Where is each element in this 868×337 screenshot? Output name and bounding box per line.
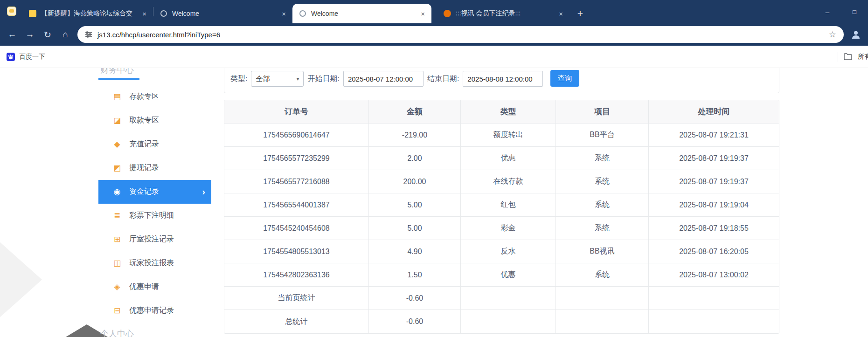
tabs: 【新提醒】海燕策略论坛综合交 × Welcome × Welcome × :::… xyxy=(22,0,587,23)
cell-amount: -219.00 xyxy=(369,124,461,147)
table-row-page-total: 当前页统计 -0.60 xyxy=(224,287,779,310)
sidebar-item-label: 优惠申请记录 xyxy=(129,306,174,316)
globe-favicon-icon xyxy=(160,10,167,17)
start-date-input[interactable] xyxy=(343,71,424,87)
bookmark-baidu[interactable]: 百度一下 xyxy=(7,53,45,61)
sidebar-item-funds-records[interactable]: ◉ 资金记录 › xyxy=(98,180,211,204)
home-button[interactable]: ⌂ xyxy=(57,26,74,43)
chevron-right-icon: › xyxy=(202,186,205,197)
cell-label: 总统计 xyxy=(224,310,369,333)
tab-welcome-2-active[interactable]: Welcome × xyxy=(292,4,431,23)
tab-title: 【新提醒】海燕策略论坛综合交 xyxy=(41,9,138,18)
refresh-button[interactable]: ↻ xyxy=(39,26,56,43)
site-settings-tune-icon[interactable] xyxy=(85,31,92,38)
cell-amount: 2.00 xyxy=(369,147,461,170)
header-time: 处理时间 xyxy=(649,100,779,124)
sidebar-item-label: 取款专区 xyxy=(129,116,159,125)
cell-project: 系统 xyxy=(556,147,649,170)
sidebar-item-lottery-bet-detail[interactable]: ≣ 彩票下注明细 xyxy=(98,204,211,227)
table-header-row: 订单号 金额 类型 项目 处理时间 xyxy=(224,100,779,124)
sidebar-item-withdrawal-records[interactable]: ◩ 提现记录 xyxy=(98,156,211,180)
page-content: 财务中心 ▤ 存款专区 ◪ 取款专区 ◆ 充值记录 ◩ 提现记录 ◉ 资金记录 … xyxy=(0,68,868,337)
all-bookmarks[interactable]: 所有书签 xyxy=(838,46,868,68)
cell-time: 2025-08-07 19:19:37 xyxy=(649,170,779,193)
tab-title: Welcome xyxy=(172,10,277,17)
table-row: 1754554805513013 4.90 反水 BB视讯 2025-08-07… xyxy=(224,240,779,263)
cell-project: 系统 xyxy=(556,217,649,240)
sidebar-item-hall-bet-records[interactable]: ⊞ 厅室投注记录 xyxy=(98,227,211,251)
tab-video-records[interactable]: :::视讯 会员下注纪录::: × xyxy=(437,4,569,23)
sidebar-item-label: 充值记录 xyxy=(129,139,159,149)
close-tab-icon[interactable]: × xyxy=(421,10,425,18)
sidebar-item-label: 优惠申请 xyxy=(129,282,159,292)
bookmarks-divider xyxy=(838,52,838,62)
header-order-no: 订单号 xyxy=(224,100,369,124)
tab-forum[interactable]: 【新提醒】海燕策略论坛综合交 × xyxy=(22,4,153,23)
cell-time: 2025-08-07 19:19:04 xyxy=(649,193,779,217)
cell-empty xyxy=(461,287,556,310)
forward-button[interactable]: → xyxy=(21,26,38,43)
minimize-button[interactable]: – xyxy=(814,0,841,23)
filter-bar: 类型: 全部 ▾ 开始日期: 结束日期: 查询 xyxy=(224,68,779,93)
grid-list-icon: ⊞ xyxy=(112,234,122,244)
sidebar-item-label: 厅室投注记录 xyxy=(129,234,174,244)
sidebar-item-promo-apply[interactable]: ◈ 优惠申请 xyxy=(98,275,211,299)
maximize-button[interactable]: □ xyxy=(841,0,868,23)
camera-favicon-icon xyxy=(444,10,451,17)
tab-title: Welcome xyxy=(311,10,416,17)
cell-amount: 200.00 xyxy=(369,170,461,193)
decor-triangle-light xyxy=(0,225,42,335)
cell-time: 2025-08-07 16:20:05 xyxy=(649,240,779,263)
cell-project: BB平台 xyxy=(556,124,649,147)
navigation-bar: ← → ↻ ⌂ js13.cc/hhcp/usercenter.html?ini… xyxy=(0,23,868,46)
cell-empty xyxy=(649,287,779,310)
type-select[interactable]: 全部 ▾ xyxy=(251,71,304,87)
cell-type: 在线存款 xyxy=(461,170,556,193)
cell-time: 2025-08-07 19:18:55 xyxy=(649,217,779,240)
close-tab-icon[interactable]: × xyxy=(282,10,286,18)
globe-favicon-icon xyxy=(299,10,306,17)
back-button[interactable]: ← xyxy=(4,26,21,43)
checklist-icon: ⊟ xyxy=(112,306,122,316)
cell-time: 2025-08-07 13:00:02 xyxy=(649,263,779,287)
address-bar[interactable]: js13.cc/hhcp/usercenter.html?iniType=6 ☆ xyxy=(77,26,844,43)
cell-type: 优惠 xyxy=(461,263,556,287)
sidebar-item-deposit-zone[interactable]: ▤ 存款专区 xyxy=(98,85,211,109)
sidebar-item-player-bet-report[interactable]: ◫ 玩家投注报表 xyxy=(98,251,211,275)
new-tab-button[interactable]: + xyxy=(573,7,587,21)
table-row: 1754545240454608 5.00 彩金 系统 2025-08-07 1… xyxy=(224,217,779,240)
tab-welcome-1[interactable]: Welcome × xyxy=(153,4,292,23)
cell-amount: -0.60 xyxy=(369,310,461,333)
bookmark-label: 百度一下 xyxy=(19,53,45,61)
cell-order-no: 1754545240454608 xyxy=(224,217,369,240)
cell-project: 系统 xyxy=(556,263,649,287)
table-row: 1754542802363136 1.50 优惠 系统 2025-08-07 1… xyxy=(224,263,779,287)
sidebar-item-label: 提现记录 xyxy=(129,163,159,173)
sidebar-section-personal: 个人中心 xyxy=(98,328,211,337)
sidebar-item-promo-apply-records[interactable]: ⊟ 优惠申请记录 xyxy=(98,299,211,323)
cell-order-no: 1754542802363136 xyxy=(224,263,369,287)
sidebar-item-recharge-records[interactable]: ◆ 充值记录 xyxy=(98,132,211,156)
close-tab-icon[interactable]: × xyxy=(559,10,563,18)
recharge-drop-icon: ◆ xyxy=(112,139,122,149)
end-date-label: 结束日期: xyxy=(427,71,459,87)
chevron-down-icon: ▾ xyxy=(296,76,299,82)
sidebar-item-withdraw-zone[interactable]: ◪ 取款专区 xyxy=(98,109,211,132)
cell-empty xyxy=(461,310,556,333)
type-label: 类型: xyxy=(230,71,247,87)
bookmark-star-icon[interactable]: ☆ xyxy=(829,29,836,40)
close-tab-icon[interactable]: × xyxy=(142,10,146,18)
start-date-label: 开始日期: xyxy=(307,71,339,87)
search-button[interactable]: 查询 xyxy=(550,70,579,87)
cell-type: 优惠 xyxy=(461,147,556,170)
cell-amount: 4.90 xyxy=(369,240,461,263)
cell-amount: 1.50 xyxy=(369,263,461,287)
cell-order-no: 1754554805513013 xyxy=(224,240,369,263)
header-project: 项目 xyxy=(556,100,649,124)
url-text[interactable]: js13.cc/hhcp/usercenter.html?iniType=6 xyxy=(97,31,220,39)
cell-empty xyxy=(556,310,649,333)
withdraw-icon: ◪ xyxy=(112,116,122,125)
profile-avatar[interactable] xyxy=(847,26,864,43)
end-date-input[interactable] xyxy=(463,71,543,87)
withdrawal-record-icon: ◩ xyxy=(112,163,122,173)
